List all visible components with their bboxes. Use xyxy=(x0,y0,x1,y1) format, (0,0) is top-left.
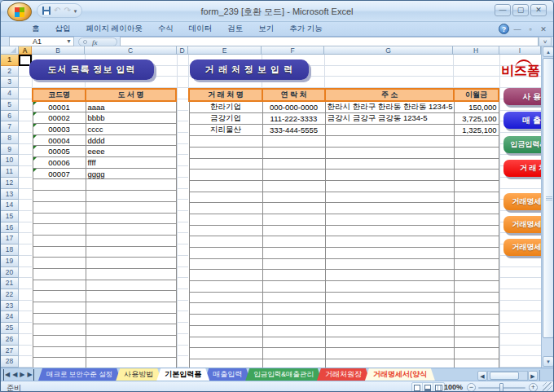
customer-table-cell[interactable] xyxy=(325,125,454,136)
customer-table-cell[interactable] xyxy=(262,136,325,148)
book-table-cell[interactable] xyxy=(86,280,176,291)
close-button[interactable]: ✕ xyxy=(530,4,547,16)
ribbon-tab-8[interactable]: 추가 기능 xyxy=(289,24,323,34)
fx-icon[interactable]: fx xyxy=(92,38,98,46)
customer-table-cell[interactable] xyxy=(262,236,325,248)
row-header-5[interactable]: 5 xyxy=(1,99,19,111)
row-header-1[interactable]: 1 xyxy=(1,55,19,66)
customer-table-cell[interactable] xyxy=(454,258,499,270)
customer-table-cell[interactable] xyxy=(262,359,325,368)
name-box[interactable]: A1 xyxy=(9,37,74,46)
book-table-cell[interactable] xyxy=(86,179,176,191)
zoom-slider-handle[interactable] xyxy=(499,383,503,392)
customer-table-cell[interactable] xyxy=(262,147,325,158)
customer-table-cell[interactable] xyxy=(325,270,454,281)
book-table-cell[interactable]: bbbb xyxy=(86,112,176,124)
book-table-cell[interactable]: 00002 xyxy=(33,112,86,124)
row-header-4[interactable]: 4 xyxy=(1,88,19,99)
customer-table-cell[interactable] xyxy=(262,225,325,236)
customer-table-cell[interactable] xyxy=(454,147,499,158)
book-table-cell[interactable] xyxy=(33,179,86,191)
row-header-11[interactable]: 11 xyxy=(1,166,19,178)
book-table-cell[interactable] xyxy=(86,246,176,258)
book-table-cell[interactable]: eeee xyxy=(86,146,176,157)
page-layout-view-icon[interactable] xyxy=(423,383,433,392)
page-break-view-icon[interactable] xyxy=(433,383,444,392)
book-table-cell[interactable] xyxy=(33,191,86,202)
book-table-cell[interactable] xyxy=(86,324,176,336)
customer-table-cell[interactable] xyxy=(189,180,262,192)
book-table-cell[interactable] xyxy=(33,358,86,368)
workbook-close-icon[interactable]: ✕ xyxy=(539,25,548,33)
hscroll-right-icon[interactable]: ▶ xyxy=(528,371,538,381)
row-header-6[interactable]: 6 xyxy=(1,111,19,122)
book-table-cell[interactable]: gggg xyxy=(86,168,176,179)
select-all-corner[interactable] xyxy=(1,46,19,55)
customer-table-cell[interactable] xyxy=(325,315,454,326)
customer-table-cell[interactable] xyxy=(454,292,499,303)
book-table-cell[interactable]: 00003 xyxy=(33,124,86,135)
hscroll-left-icon[interactable]: ◀ xyxy=(477,371,487,381)
customer-table-cell[interactable] xyxy=(454,337,499,348)
book-table-cell[interactable]: 00004 xyxy=(33,134,86,146)
tab-next-icon[interactable]: ▶ xyxy=(20,369,24,381)
book-table-cell[interactable] xyxy=(33,224,86,236)
zoom-out-icon[interactable]: − xyxy=(467,383,476,392)
row-header-7[interactable]: 7 xyxy=(1,121,19,133)
customer-table-cell[interactable] xyxy=(454,180,499,192)
row-header-28[interactable]: 28 xyxy=(1,356,19,368)
customer-table-cell[interactable] xyxy=(454,248,499,259)
insert-function-area[interactable]: fx xyxy=(78,37,117,46)
book-table-cell[interactable]: aaaa xyxy=(86,101,176,112)
customer-table-cell[interactable] xyxy=(189,348,262,359)
side-button-5[interactable]: 거래명세서(양식1) xyxy=(503,193,541,210)
book-table-cell[interactable] xyxy=(86,346,176,358)
horizontal-scrollbar[interactable] xyxy=(487,371,528,381)
customer-table-cell[interactable] xyxy=(325,225,454,236)
column-header-F[interactable]: F xyxy=(262,46,324,55)
customer-table-cell[interactable] xyxy=(454,315,499,326)
customer-table-cell[interactable] xyxy=(189,236,262,248)
book-table-cell[interactable]: ffff xyxy=(86,157,176,169)
customer-table-cell[interactable] xyxy=(262,203,325,214)
row-header-16[interactable]: 16 xyxy=(1,222,19,234)
customer-table-cell[interactable] xyxy=(325,236,454,248)
book-table-cell[interactable] xyxy=(86,313,176,324)
formula-bar-expand-icon[interactable]: ˅ xyxy=(539,37,552,46)
customer-table-cell[interactable] xyxy=(189,292,262,303)
ribbon-tab-2[interactable]: 삽입 xyxy=(55,24,71,34)
customer-table-cell[interactable] xyxy=(454,158,499,170)
customer-table-cell[interactable] xyxy=(189,225,262,236)
ribbon-tab-4[interactable]: 수식 xyxy=(158,24,174,34)
ribbon-tab-1[interactable]: 홈 xyxy=(32,24,40,34)
help-icon[interactable]: ? xyxy=(499,24,509,34)
book-table-cell[interactable] xyxy=(33,280,86,291)
sheet-tab-5[interactable]: 입금입력&매출관리 xyxy=(245,368,322,381)
customer-table-cell[interactable] xyxy=(325,136,454,148)
side-button-4[interactable]: 거 래 처 원 장 xyxy=(503,160,541,177)
name-box-dropdown-icon[interactable]: ▼ xyxy=(66,38,72,44)
customer-table-cell[interactable] xyxy=(262,258,325,270)
book-info-input-button[interactable]: 도서 목록 정보 입력 xyxy=(29,59,154,80)
column-header-D[interactable]: D xyxy=(177,46,188,55)
tab-last-icon[interactable]: ▶ xyxy=(27,369,33,381)
resize-grip[interactable] xyxy=(543,382,552,392)
row-header-18[interactable]: 18 xyxy=(1,244,19,256)
customer-table-cell[interactable] xyxy=(189,270,262,281)
row-header-24[interactable]: 24 xyxy=(1,311,19,323)
customer-table-cell[interactable] xyxy=(325,325,454,337)
customer-table-cell[interactable]: 000-000-0000 xyxy=(262,101,325,113)
maximize-button[interactable]: ▢ xyxy=(512,4,529,16)
side-button-2[interactable]: 매 출 입 력 xyxy=(503,112,541,129)
horizontal-scroll-thumb[interactable] xyxy=(490,372,519,380)
sheet-tab-4[interactable]: 매출입력 xyxy=(204,368,250,381)
column-header-C[interactable]: C xyxy=(85,46,177,55)
customer-table-cell[interactable]: 금강시 금강구 금강동 1234-5 xyxy=(325,113,454,125)
book-table-cell[interactable] xyxy=(86,336,176,347)
sheet-tab-6[interactable]: 거래처원장 xyxy=(317,368,370,381)
customer-table-cell[interactable] xyxy=(189,203,262,214)
column-header-B[interactable]: B xyxy=(32,46,85,55)
customer-table-cell[interactable] xyxy=(262,170,325,181)
ribbon-tab-7[interactable]: 보기 xyxy=(258,24,274,34)
column-header-A[interactable]: A xyxy=(19,46,32,55)
